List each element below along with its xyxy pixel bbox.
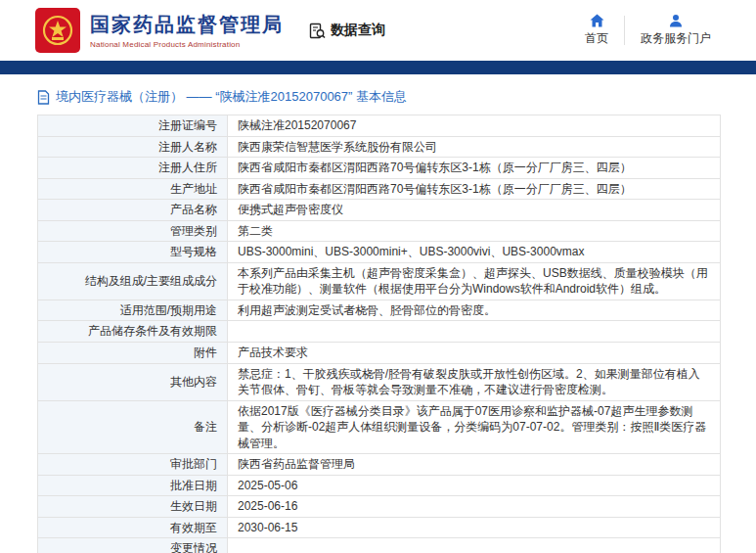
- row-label: 管理类别: [38, 220, 228, 242]
- row-value: UBS-3000mini、UBS-3000mini+、UBS-3000vivi、…: [228, 242, 721, 263]
- row-label: 结构及组成/主要组成成分: [38, 262, 228, 300]
- table-row: 管理类别第二类: [38, 220, 721, 242]
- nav-gov-portal-label: 政务服务门户: [641, 30, 711, 47]
- row-label: 注册人住所: [38, 158, 228, 179]
- table-row: 其他内容禁忌症：1、干胶残疾或桡骨/胫骨有破裂皮肤或开放性创伤区域。2、如果测量…: [38, 363, 721, 400]
- row-label: 附件: [38, 343, 228, 364]
- nav-home-label: 首页: [585, 30, 608, 47]
- agency-subtitle: National Medical Products Administration: [90, 40, 284, 49]
- table-row: 变更情况: [38, 538, 721, 553]
- row-label: 变更情况: [38, 538, 228, 553]
- table-row: 结构及组成/主要组成成分本系列产品由采集主机（超声骨密度采集盒）、超声探头、US…: [38, 262, 721, 300]
- agency-title-block: 国家药品监督管理局 National Medical Products Admi…: [90, 12, 284, 49]
- row-label: 生效日期: [38, 496, 228, 518]
- home-icon: [590, 14, 604, 27]
- row-label: 有效期至: [38, 517, 228, 538]
- table-row: 注册证编号陕械注准20152070067: [38, 115, 721, 137]
- header-nav: 首页 政务服务门户: [569, 14, 727, 47]
- table-row: 生效日期2025-06-16: [38, 496, 721, 518]
- row-value: 依据2017版《医疗器械分类目录》该产品属于07医用诊察和监护器械-07超声生理…: [228, 400, 721, 454]
- row-value: 陕西省药品监督管理局: [228, 454, 721, 476]
- national-emblem-icon: [41, 14, 74, 47]
- table-row: 备注依据2017版《医疗器械分类目录》该产品属于07医用诊察和监护器械-07超声…: [38, 400, 721, 454]
- row-value: [228, 538, 721, 553]
- document-search-icon: [309, 23, 326, 39]
- row-value: 利用超声波测定受试者桡骨、胫骨部位的骨密度。: [228, 300, 721, 321]
- row-label: 备注: [38, 400, 228, 454]
- table-row: 适用范围/预期用途利用超声波测定受试者桡骨、胫骨部位的骨密度。: [38, 300, 721, 321]
- page-title: 境内医疗器械（注册） —— “陕械注准20152070067” 基本信息: [56, 88, 407, 106]
- row-value: 陕西省咸阳市秦都区渭阳西路70号偏转东区3-1栋（原一分厂厂房三、四层）: [228, 178, 721, 200]
- row-value: 2025-05-06: [228, 475, 721, 496]
- registration-info-table: 注册证编号陕械注准20152070067注册人名称陕西康荣信智慧医学系统股份有限…: [37, 115, 721, 553]
- info-table-body: 注册证编号陕械注准20152070067注册人名称陕西康荣信智慧医学系统股份有限…: [38, 115, 721, 553]
- data-query-label: 数据查询: [331, 22, 385, 39]
- table-row: 批准日期2025-05-06: [38, 475, 721, 496]
- row-value: 2025-06-16: [228, 496, 721, 518]
- table-row: 生产地址陕西省咸阳市秦都区渭阳西路70号偏转东区3-1栋（原一分厂厂房三、四层）: [38, 178, 721, 200]
- table-row: 注册人名称陕西康荣信智慧医学系统股份有限公司: [38, 136, 721, 158]
- table-row: 型号规格UBS-3000mini、UBS-3000mini+、UBS-3000v…: [38, 242, 721, 263]
- agency-title: 国家药品监督管理局: [90, 12, 284, 38]
- row-value: 本系列产品由采集主机（超声骨密度采集盒）、超声探头、USB数据线、质量校验模块（…: [228, 262, 721, 300]
- table-row: 产品名称便携式超声骨密度仪: [38, 200, 721, 221]
- row-label: 批准日期: [38, 475, 228, 496]
- row-value: 陕械注准20152070067: [228, 115, 721, 137]
- row-value: 产品技术要求: [228, 343, 721, 364]
- row-value: [228, 321, 721, 343]
- row-label: 注册证编号: [38, 115, 228, 137]
- main-content: 境内医疗器械（注册） —— “陕械注准20152070067” 基本信息 注册证…: [0, 74, 756, 553]
- row-label: 生产地址: [38, 178, 228, 200]
- navy-bar: [0, 61, 756, 74]
- row-label: 产品名称: [38, 200, 228, 221]
- table-row: 产品储存条件及有效期限: [38, 321, 721, 343]
- nav-home[interactable]: 首页: [569, 14, 624, 47]
- page-header: 国家药品监督管理局 National Medical Products Admi…: [0, 0, 756, 61]
- table-row: 注册人住所陕西省咸阳市秦都区渭阳西路70号偏转东区3-1栋（原一分厂厂房三、四层…: [38, 158, 721, 179]
- row-value: 第二类: [228, 220, 721, 242]
- row-label: 审批部门: [38, 454, 228, 476]
- row-label: 适用范围/预期用途: [38, 300, 228, 321]
- row-value: 陕西省咸阳市秦都区渭阳西路70号偏转东区3-1栋（原一分厂厂房三、四层）: [228, 158, 721, 179]
- row-label: 其他内容: [38, 363, 228, 400]
- table-row: 附件产品技术要求: [38, 343, 721, 364]
- page-file-icon: [37, 90, 50, 105]
- nmpa-logo[interactable]: [35, 8, 80, 53]
- row-value: 陕西康荣信智慧医学系统股份有限公司: [228, 136, 721, 158]
- table-row: 审批部门陕西省药品监督管理局: [38, 454, 721, 476]
- nav-gov-portal[interactable]: 政务服务门户: [625, 14, 727, 47]
- row-label: 产品储存条件及有效期限: [38, 321, 228, 343]
- table-row: 有效期至2030-06-15: [38, 517, 721, 538]
- breadcrumb: 境内医疗器械（注册） —— “陕械注准20152070067” 基本信息: [37, 88, 721, 106]
- row-value: 禁忌症：1、干胶残疾或桡骨/胫骨有破裂皮肤或开放性创伤区域。2、如果测量部位有植…: [228, 363, 721, 400]
- row-label: 注册人名称: [38, 136, 228, 158]
- row-value: 2030-06-15: [228, 517, 721, 538]
- row-value: 便携式超声骨密度仪: [228, 200, 721, 221]
- person-icon: [669, 14, 683, 27]
- row-label: 型号规格: [38, 242, 228, 263]
- data-query-tab[interactable]: 数据查询: [309, 22, 385, 39]
